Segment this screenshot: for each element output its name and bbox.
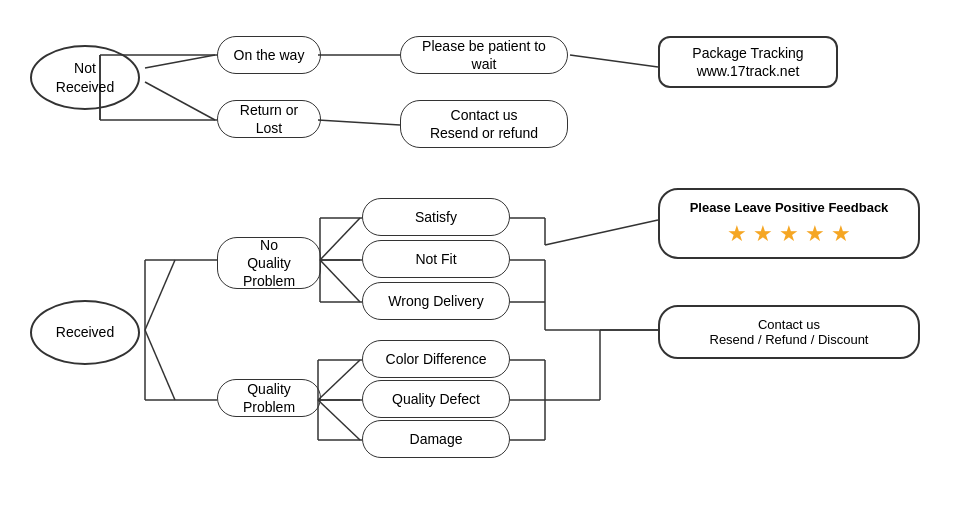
quality-problem-label: Quality Problem	[232, 380, 306, 416]
svg-line-31	[318, 400, 360, 440]
satisfy-label: Satisfy	[415, 208, 457, 226]
not-received-label: Not Received	[56, 59, 114, 95]
feedback-label: Please Leave Positive Feedback	[676, 200, 902, 215]
svg-line-24	[545, 220, 658, 245]
no-quality-problem-node: No Quality Problem	[217, 237, 321, 289]
svg-line-15	[320, 218, 360, 260]
wrong-delivery-label: Wrong Delivery	[388, 292, 483, 310]
not-fit-node: Not Fit	[362, 240, 510, 278]
contact-resend-refund-discount-label: Contact us Resend / Refund / Discount	[676, 317, 902, 347]
package-tracking-label: Package Tracking www.17track.net	[692, 44, 803, 80]
stars: ★ ★ ★ ★ ★	[676, 221, 902, 247]
quality-problem-node: Quality Problem	[217, 379, 321, 417]
damage-node: Damage	[362, 420, 510, 458]
not-fit-label: Not Fit	[415, 250, 456, 268]
not-received-node: Not Received	[30, 45, 140, 110]
satisfy-node: Satisfy	[362, 198, 510, 236]
svg-line-1	[145, 82, 215, 120]
please-be-patient-node: Please be patient to wait	[400, 36, 568, 74]
return-or-lost-label: Return or Lost	[232, 101, 306, 137]
svg-line-17	[320, 260, 360, 302]
wrong-delivery-node: Wrong Delivery	[362, 282, 510, 320]
svg-line-8	[570, 55, 658, 67]
package-tracking-node: Package Tracking www.17track.net	[658, 36, 838, 88]
color-difference-label: Color Difference	[386, 350, 487, 368]
contact-resend-refund-node: Contact us Resend or refund	[400, 100, 568, 148]
svg-line-29	[318, 360, 360, 400]
diagram: Not Received On the way Return or Lost P…	[0, 0, 960, 513]
svg-line-9	[318, 120, 400, 125]
svg-line-10	[145, 260, 175, 330]
return-or-lost-node: Return or Lost	[217, 100, 321, 138]
please-be-patient-label: Please be patient to wait	[415, 37, 553, 73]
damage-label: Damage	[410, 430, 463, 448]
received-label: Received	[56, 323, 114, 341]
feedback-box: Please Leave Positive Feedback ★ ★ ★ ★ ★	[658, 188, 920, 259]
no-quality-problem-label: No Quality Problem	[232, 236, 306, 291]
color-difference-node: Color Difference	[362, 340, 510, 378]
on-the-way-label: On the way	[234, 46, 305, 64]
svg-line-0	[145, 55, 215, 68]
quality-defect-node: Quality Defect	[362, 380, 510, 418]
received-node: Received	[30, 300, 140, 365]
svg-line-11	[145, 330, 175, 400]
quality-defect-label: Quality Defect	[392, 390, 480, 408]
contact-resend-refund-label: Contact us Resend or refund	[430, 106, 538, 142]
on-the-way-node: On the way	[217, 36, 321, 74]
contact-resend-refund-discount-node: Contact us Resend / Refund / Discount	[658, 305, 920, 359]
